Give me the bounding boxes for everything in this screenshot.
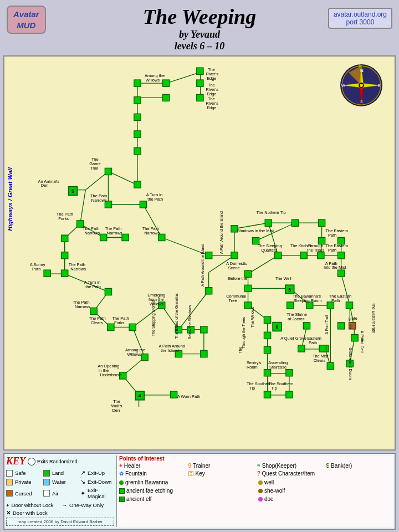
room-node[interactable]	[300, 252, 307, 259]
room-node[interactable]	[265, 219, 272, 226]
room-node[interactable]	[231, 226, 238, 232]
room-node[interactable]	[346, 360, 353, 367]
room-node[interactable]	[322, 345, 329, 352]
room-node[interactable]	[201, 350, 207, 357]
room-node[interactable]	[105, 288, 111, 295]
room-node[interactable]	[62, 252, 68, 259]
room-node-5[interactable]	[69, 187, 78, 196]
room-node[interactable]	[201, 326, 207, 333]
room-node[interactable]	[197, 94, 203, 101]
svg-text:Narrows: Narrows	[70, 267, 86, 272]
room-node[interactable]	[286, 370, 293, 376]
room-node[interactable]	[264, 391, 270, 398]
room-node[interactable]	[319, 345, 326, 352]
svg-text:Eastern: Eastern	[307, 336, 321, 341]
room-node[interactable]	[122, 234, 129, 241]
room-node[interactable]	[327, 302, 334, 309]
room-node[interactable]	[175, 326, 182, 333]
svg-text:The Path: The Path	[142, 226, 159, 231]
room-node[interactable]	[187, 326, 194, 333]
poi-doe: doe	[258, 496, 393, 502]
room-node[interactable]	[244, 270, 251, 277]
svg-text:Shadows in the Mist: Shadows in the Mist	[237, 228, 274, 233]
room-node[interactable]	[206, 252, 212, 259]
room-node[interactable]	[108, 324, 114, 330]
room-node[interactable]	[197, 68, 203, 74]
room-node[interactable]	[134, 114, 141, 120]
room-node-0[interactable]	[273, 323, 282, 331]
room-node[interactable]	[134, 97, 141, 104]
room-node[interactable]	[134, 148, 141, 155]
legend-title: KEY	[6, 456, 25, 467]
room-node[interactable]	[170, 391, 177, 398]
svg-text:Willows: Willows	[150, 301, 163, 306]
room-node[interactable]	[287, 302, 294, 309]
svg-text:A Quiet Grove: A Quiet Grove	[280, 336, 306, 341]
svg-line-19	[166, 72, 200, 83]
room-node[interactable]	[141, 354, 148, 361]
room-node[interactable]	[306, 302, 313, 309]
room-node-3[interactable]	[285, 285, 294, 294]
room-node[interactable]	[264, 332, 270, 339]
room-node[interactable]	[337, 252, 344, 259]
room-node[interactable]	[327, 362, 334, 369]
room-node[interactable]	[44, 270, 50, 277]
room-node[interactable]	[264, 346, 270, 353]
svg-line-92	[350, 339, 354, 364]
svg-text:Edge: Edge	[207, 91, 216, 96]
room-node[interactable]	[291, 219, 298, 226]
svg-line-28	[85, 171, 108, 190]
poi-well: well	[258, 479, 393, 485]
room-node[interactable]	[337, 323, 344, 329]
room-node[interactable]	[303, 323, 310, 329]
room-node[interactable]	[134, 131, 141, 137]
svg-line-39	[65, 274, 109, 291]
room-node[interactable]	[105, 168, 111, 175]
room-node[interactable]	[100, 234, 107, 241]
room-node[interactable]	[346, 302, 352, 309]
room-node-grate[interactable]	[349, 323, 356, 329]
svg-text:River's: River's	[206, 101, 218, 106]
room-node[interactable]	[140, 201, 146, 208]
room-node[interactable]	[244, 302, 251, 309]
room-node[interactable]	[252, 237, 259, 244]
room-node[interactable]	[298, 345, 305, 352]
room-node[interactable]	[231, 252, 238, 259]
room-node[interactable]	[162, 80, 169, 86]
room-node[interactable]	[337, 237, 344, 244]
room-node[interactable]	[77, 221, 84, 227]
svg-line-65	[321, 241, 322, 255]
room-node[interactable]	[264, 370, 270, 376]
terrain-legend: Safe Land ↗ Exit-Up Private Water	[6, 469, 114, 500]
room-node[interactable]	[318, 219, 325, 226]
svg-text:Den: Den	[112, 408, 120, 413]
room-node[interactable]	[318, 252, 324, 259]
room-node[interactable]	[62, 235, 68, 242]
room-node[interactable]	[318, 237, 325, 244]
room-node[interactable]	[134, 181, 141, 188]
room-node[interactable]	[244, 285, 251, 291]
svg-text:A Path Around the Island: A Path Around the Island	[201, 244, 204, 287]
room-node[interactable]	[197, 80, 203, 86]
svg-line-75	[290, 288, 310, 305]
room-node[interactable]	[337, 270, 344, 277]
room-node[interactable]	[206, 288, 212, 294]
room-node[interactable]	[175, 350, 182, 357]
svg-text:Room: Room	[247, 365, 258, 370]
room-node-4[interactable]	[135, 391, 144, 400]
room-node[interactable]	[62, 270, 68, 277]
room-node[interactable]	[158, 234, 165, 241]
svg-text:Emerging: Emerging	[147, 293, 165, 298]
room-node[interactable]	[264, 316, 270, 323]
room-node[interactable]	[286, 391, 293, 398]
room-node[interactable]	[351, 335, 358, 341]
room-node[interactable]	[90, 308, 97, 314]
room-node[interactable]	[158, 302, 165, 309]
room-node[interactable]	[105, 201, 111, 208]
room-node[interactable]	[120, 372, 126, 379]
room-node[interactable]	[134, 80, 141, 86]
room-node[interactable]	[129, 324, 136, 330]
room-node[interactable]	[275, 252, 282, 259]
svg-text:The Stepping Stones: The Stepping Stones	[151, 300, 156, 336]
room-node[interactable]	[162, 94, 169, 101]
